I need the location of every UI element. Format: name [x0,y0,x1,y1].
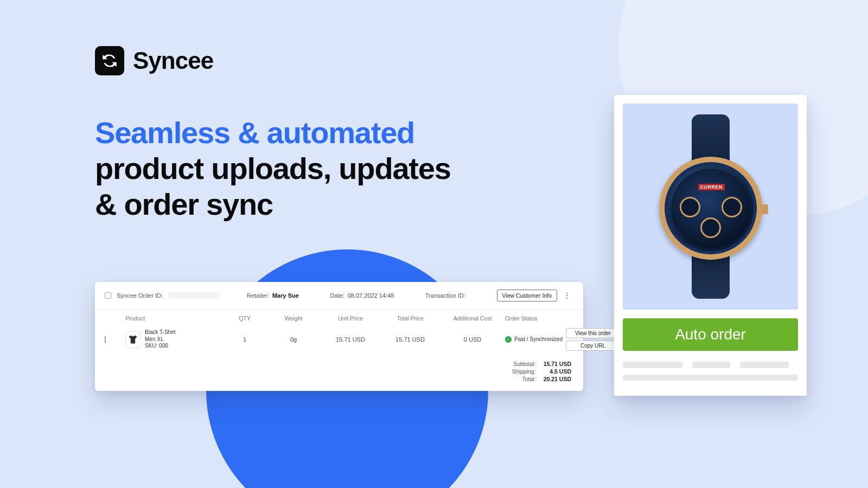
col-product: Product [125,315,223,322]
date-label: Date: [330,292,344,299]
order-row: Black T-Shirt Men XL SKU: 000 1 0g 15.71… [95,325,583,357]
order-column-headers: Product QTY Weight Unit Price Total Pric… [95,310,583,325]
tshirt-icon [127,333,138,345]
product-thumb [125,331,141,348]
view-customer-button[interactable]: View Customer Info [497,290,557,301]
row-checkbox[interactable] [105,336,106,343]
product-name: Black T-Shirt [145,329,176,336]
product-preview-card: CURREN Auto order [614,95,807,396]
placeholder-row [623,362,798,368]
transaction-id-label: Transaction ID: [425,292,465,299]
auto-order-button[interactable]: Auto order [623,318,798,351]
sync-icon [95,46,124,75]
placeholder-line [692,362,730,368]
placeholder-line [623,362,682,368]
watch-brand-label: CURREN [698,184,725,190]
brand-logo: Syncee [95,46,213,75]
retailer-label: Retailer: [247,292,269,299]
select-all-checkbox[interactable] [105,292,111,299]
headline: Seamless & automated product uploads, up… [95,115,451,222]
row-unit-price: 15.71 USD [321,336,380,343]
row-additional-cost: 0 USD [440,336,505,343]
brand-name: Syncee [133,47,213,74]
col-weight: Weight [266,315,321,322]
order-card: Syncee Order ID: Retailer: Mary Sue Date… [95,282,583,391]
col-total-price: Total Price [380,315,440,322]
product-variant: Men XL [145,336,176,343]
row-qty: 1 [223,336,266,343]
col-qty: QTY [223,315,266,322]
col-additional-cost: Additional Cost [440,315,505,322]
total-value: 20.21 USD [544,376,571,382]
row-total-price: 15.71 USD [380,336,440,343]
col-order-status: Order Status [505,315,566,322]
headline-line2: product uploads, updates [95,151,451,187]
retailer-value: Mary Sue [272,292,299,299]
product-image: CURREN [623,104,798,310]
headline-line1: Seamless & automated [95,115,414,150]
shipping-label: Shipping: [512,368,536,375]
product-sku: SKU: 000 [145,343,176,350]
order-id-label: Syncee Order ID: [117,292,163,299]
view-order-button[interactable]: View this order [566,328,620,338]
order-id-value [168,292,220,299]
shipping-value: 4.5 USD [544,368,571,375]
more-menu-icon[interactable]: ⋮ [563,292,571,299]
row-status: Paid / Synchronized [505,336,566,343]
placeholder-line [623,375,798,381]
watch-illustration: CURREN [648,114,773,299]
order-header: Syncee Order ID: Retailer: Mary Sue Date… [95,282,583,310]
marketing-hero: Syncee Seamless & automated product uplo… [0,0,868,488]
headline-line3: & order sync [95,187,451,222]
placeholder-line [740,362,789,368]
subtotal-value: 15.71 USD [544,361,571,367]
copy-url-button[interactable]: Copy URL [566,341,620,351]
check-icon [505,336,512,343]
col-unit-price: Unit Price [321,315,380,322]
total-label: Total: [512,376,536,382]
subtotal-label: Subtotal: [512,361,536,367]
row-weight: 0g [266,336,321,343]
date-value: 08.07.2022 14:48 [348,292,394,299]
order-totals: Subtotal: 15.71 USD Shipping: 4.5 USD To… [95,357,583,391]
